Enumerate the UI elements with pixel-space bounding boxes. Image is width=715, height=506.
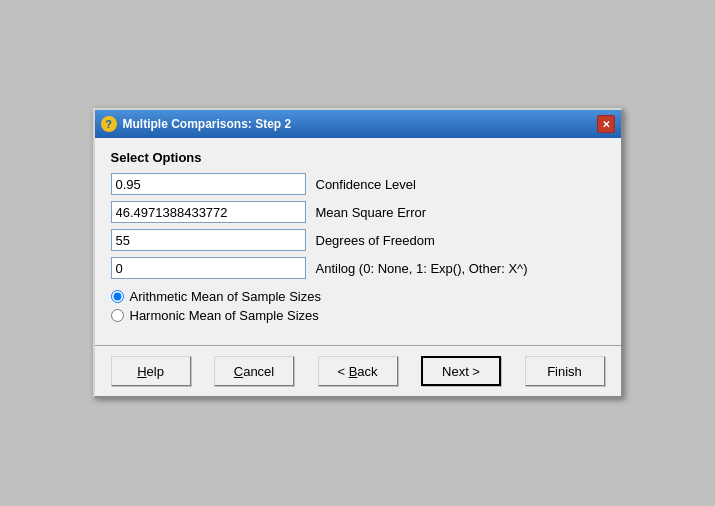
radio-row-harmonic: Harmonic Mean of Sample Sizes [111,308,605,323]
mean-square-error-label: Mean Square Error [316,205,427,220]
radio-group: Arithmetic Mean of Sample Sizes Harmonic… [111,289,605,323]
mean-square-error-input[interactable] [111,201,306,223]
degrees-of-freedom-input[interactable] [111,229,306,251]
field-row-confidence: Confidence Level [111,173,605,195]
cancel-button[interactable]: Cancel [214,356,294,386]
window-body: Select Options Confidence Level Mean Squ… [95,138,621,345]
next-button[interactable]: Next > [421,356,501,386]
arithmetic-mean-label[interactable]: Arithmetic Mean of Sample Sizes [130,289,321,304]
back-button[interactable]: < Back [318,356,398,386]
window-icon: ? [101,116,117,132]
title-bar: ? Multiple Comparisons: Step 2 ✕ [95,110,621,138]
antilog-input[interactable] [111,257,306,279]
finish-button[interactable]: Finish [525,356,605,386]
confidence-level-label: Confidence Level [316,177,416,192]
title-bar-left: ? Multiple Comparisons: Step 2 [101,116,292,132]
harmonic-mean-label[interactable]: Harmonic Mean of Sample Sizes [130,308,319,323]
help-button[interactable]: Help [111,356,191,386]
field-row-mse: Mean Square Error [111,201,605,223]
field-row-antilog: Antilog (0: None, 1: Exp(), Other: X^) [111,257,605,279]
content-area: Confidence Level Mean Square Error Degre… [111,173,605,323]
degrees-of-freedom-label: Degrees of Freedom [316,233,435,248]
section-label: Select Options [111,150,605,165]
harmonic-mean-radio[interactable] [111,309,124,322]
arithmetic-mean-radio[interactable] [111,290,124,303]
antilog-label: Antilog (0: None, 1: Exp(), Other: X^) [316,261,528,276]
radio-row-arithmetic: Arithmetic Mean of Sample Sizes [111,289,605,304]
main-window: ? Multiple Comparisons: Step 2 ✕ Select … [93,108,623,398]
field-row-dof: Degrees of Freedom [111,229,605,251]
button-bar: Help Cancel < Back Next > Finish [95,345,621,396]
close-button[interactable]: ✕ [597,115,615,133]
window-title: Multiple Comparisons: Step 2 [123,117,292,131]
confidence-level-input[interactable] [111,173,306,195]
